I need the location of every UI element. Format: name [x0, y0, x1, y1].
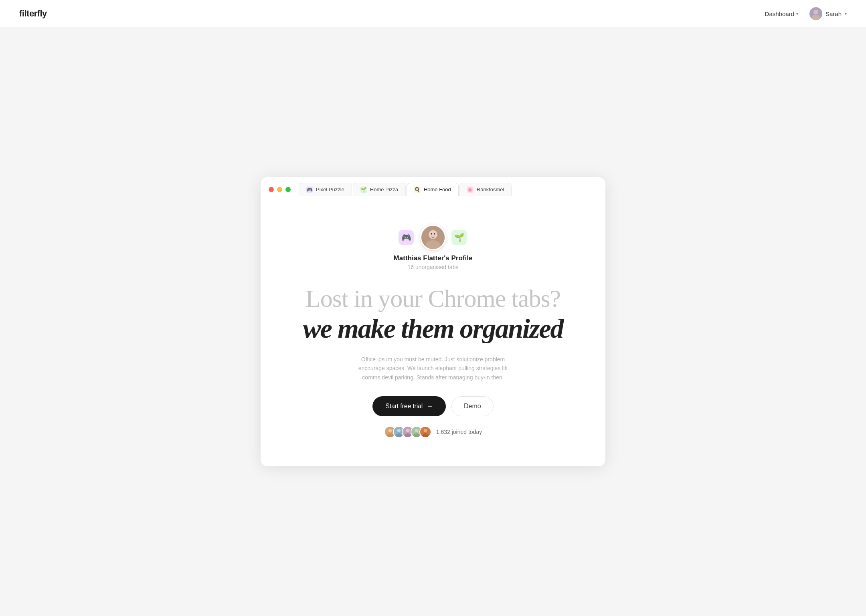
user-menu[interactable]: Sarah ▾ — [809, 7, 847, 20]
hero-line2: we make them organized — [277, 314, 589, 344]
social-count-text: 1,632 joined today — [436, 429, 482, 435]
dot-green[interactable] — [285, 187, 291, 192]
browser-topbar: 🎮 Pixel Puzzle 🌱 Home Pizza 🍳 Home Food … — [261, 177, 605, 202]
nav-right: Dashboard ▾ Sarah ▾ — [765, 7, 847, 20]
dashboard-menu[interactable]: Dashboard ▾ — [765, 10, 798, 17]
browser-mockup: 🎮 Pixel Puzzle 🌱 Home Pizza 🍳 Home Food … — [261, 177, 605, 466]
start-trial-button[interactable]: Start free trial → — [372, 396, 446, 416]
svg-point-12 — [397, 429, 401, 432]
svg-point-7 — [434, 233, 435, 235]
tab-label-home-pizza: Home Pizza — [370, 186, 398, 192]
avatar — [420, 225, 446, 250]
tab-pixel-puzzle[interactable]: 🎮 Pixel Puzzle — [299, 183, 352, 196]
navbar: filterfly Dashboard ▾ Sarah ▾ — [0, 0, 866, 27]
svg-point-18 — [415, 429, 418, 432]
main-content: 🎮 Pixel Puzzle 🌱 Home Pizza 🍳 Home Food … — [0, 27, 866, 616]
user-label: Sarah — [826, 10, 842, 17]
dot-yellow[interactable] — [277, 187, 282, 192]
logo: filterfly — [19, 8, 47, 19]
svg-point-15 — [406, 429, 409, 432]
browser-content: 🎮 🌱 Matthias Flatter's Prof — [261, 202, 605, 466]
chevron-down-icon: ▾ — [796, 12, 798, 16]
profile-icon-right1: 🌱 — [451, 230, 467, 245]
browser-dots — [269, 187, 291, 192]
profile-icon-left: 🎮 — [399, 230, 414, 245]
tab-home-food[interactable]: 🍳 Home Food — [407, 183, 459, 196]
tab-favicon-pixel-puzzle: 🎮 — [306, 186, 313, 193]
browser-tabs: 🎮 Pixel Puzzle 🌱 Home Pizza 🍳 Home Food … — [299, 183, 512, 196]
social-avatars — [384, 426, 431, 438]
svg-point-5 — [426, 240, 440, 250]
tab-favicon-home-pizza: 🌱 — [360, 186, 367, 193]
avatar — [809, 7, 822, 20]
dashboard-label: Dashboard — [765, 10, 794, 17]
demo-button[interactable]: Demo — [451, 396, 494, 416]
svg-point-6 — [431, 233, 433, 235]
tab-label-ranktosmel: Ranktosmel — [477, 186, 504, 192]
dot-red[interactable] — [269, 187, 274, 192]
chevron-down-icon: ▾ — [845, 12, 847, 16]
profile-subtitle: 16 unorganised tabs — [277, 264, 589, 270]
svg-point-1 — [813, 10, 818, 14]
tab-favicon-ranktosmel: 🌸 — [467, 186, 473, 193]
tab-ranktosmel[interactable]: 🌸 Ranktosmel — [459, 183, 512, 196]
social-avatar-5 — [419, 426, 431, 438]
tab-favicon-home-food: 🍳 — [414, 186, 421, 193]
profile-name: Matthias Flatter's Profile — [277, 254, 589, 262]
svg-point-22 — [422, 434, 429, 438]
tab-label-home-food: Home Food — [424, 186, 451, 192]
arrow-right-icon: → — [427, 403, 433, 410]
tab-label-pixel-puzzle: Pixel Puzzle — [316, 186, 344, 192]
demo-label: Demo — [464, 403, 481, 409]
hero-line1: Lost in your Chrome tabs? — [277, 285, 589, 312]
hero-description: Office ipsum you must be muted. Just sol… — [353, 355, 513, 382]
profile-icons: 🎮 🌱 — [420, 226, 446, 249]
svg-point-10 — [387, 434, 393, 438]
tab-home-pizza[interactable]: 🌱 Home Pizza — [353, 183, 406, 196]
svg-point-9 — [388, 429, 392, 432]
svg-point-16 — [405, 434, 411, 438]
start-trial-label: Start free trial — [385, 403, 423, 410]
svg-point-19 — [413, 434, 420, 438]
svg-point-13 — [396, 434, 402, 438]
profile-stack: 🎮 🌱 — [420, 226, 446, 249]
cta-row: Start free trial → Demo — [277, 396, 589, 416]
social-proof: 1,632 joined today — [277, 426, 589, 438]
svg-point-21 — [423, 429, 427, 432]
